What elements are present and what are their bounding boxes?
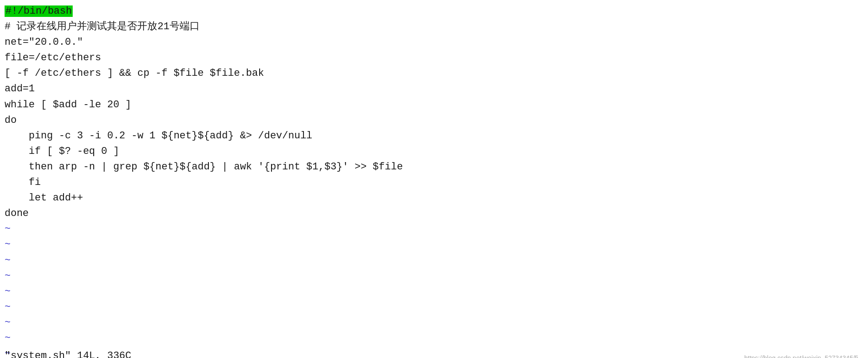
code-line-12: fi (5, 175, 863, 190)
code-line-8: do (5, 113, 863, 128)
code-line-4: file=/etc/ethers (5, 50, 863, 66)
code-line-7: while [ $add -le 20 ] (5, 97, 863, 113)
code-line-13: let add++ (5, 190, 863, 206)
code-line-5: [ -f /etc/ethers ] && cp -f $file $file.… (5, 66, 863, 81)
code-line-9: ping -c 3 -i 0.2 -w 1 ${net}${add} &> /d… (5, 128, 863, 144)
code-line-1: #!/bin/bash (5, 4, 863, 19)
editor-container: #!/bin/bash # 记录在线用户并测试其是否开放21号端口 net="2… (0, 0, 868, 358)
status-line: "system.sh" 14L, 336C (0, 350, 136, 358)
code-line-14: done (5, 206, 863, 221)
shebang-highlight: #!/bin/bash (5, 5, 73, 17)
watermark: https://blog.csdn.net/weixin_52734345/fi… (744, 354, 863, 358)
code-line-6: add=1 (5, 81, 863, 97)
code-line-10: if [ $? -eq 0 ] (5, 144, 863, 159)
code-line-3: net="20.0.0." (5, 35, 863, 50)
tilde-6: ~ (5, 300, 863, 315)
tilde-8: ~ (5, 331, 863, 346)
tilde-4: ~ (5, 268, 863, 284)
tilde-7: ~ (5, 315, 863, 331)
tilde-2: ~ (5, 237, 863, 253)
code-line-2: # 记录在线用户并测试其是否开放21号端口 (5, 19, 863, 35)
tilde-3: ~ (5, 253, 863, 268)
tilde-1: ~ (5, 221, 863, 237)
code-line-11: then arp -n | grep ${net}${add} | awk '{… (5, 159, 863, 175)
tilde-5: ~ (5, 284, 863, 300)
